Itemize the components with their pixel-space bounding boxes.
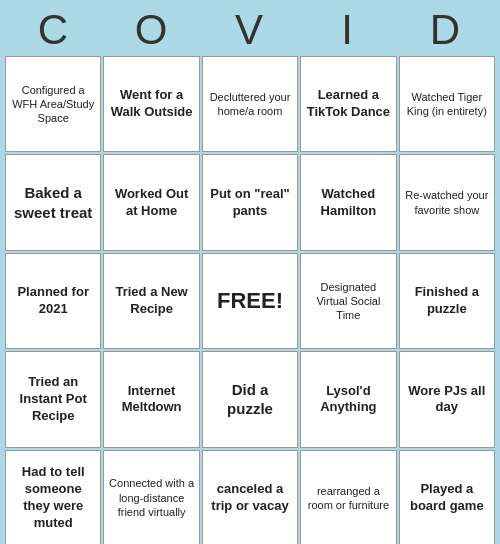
header-letter-c: C xyxy=(9,6,99,54)
bingo-cell-22[interactable]: canceled a trip or vacay xyxy=(202,450,298,544)
header-letter-v: V xyxy=(205,6,295,54)
bingo-cell-11[interactable]: Tried a New Recipe xyxy=(103,253,199,349)
bingo-cell-14[interactable]: Finished a puzzle xyxy=(399,253,495,349)
bingo-cell-5[interactable]: Baked a sweet treat xyxy=(5,154,101,250)
bingo-cell-3[interactable]: Learned a TikTok Dance xyxy=(300,56,396,152)
header-letter-i: I xyxy=(303,6,393,54)
header-row: COVID xyxy=(5,6,495,54)
bingo-cell-21[interactable]: Connected with a long-distance friend vi… xyxy=(103,450,199,544)
bingo-card: COVID Configured a WFH Area/Study SpaceW… xyxy=(5,6,495,544)
bingo-cell-8[interactable]: Watched Hamilton xyxy=(300,154,396,250)
header-letter-o: O xyxy=(107,6,197,54)
bingo-cell-1[interactable]: Went for a Walk Outside xyxy=(103,56,199,152)
bingo-cell-9[interactable]: Re-watched your favorite show xyxy=(399,154,495,250)
bingo-cell-24[interactable]: Played a board game xyxy=(399,450,495,544)
bingo-cell-4[interactable]: Watched Tiger King (in entirety) xyxy=(399,56,495,152)
bingo-cell-16[interactable]: Internet Meltdown xyxy=(103,351,199,447)
bingo-cell-13[interactable]: Designated Virtual Social Time xyxy=(300,253,396,349)
bingo-grid: Configured a WFH Area/Study SpaceWent fo… xyxy=(5,56,495,544)
bingo-cell-10[interactable]: Planned for 2021 xyxy=(5,253,101,349)
bingo-cell-7[interactable]: Put on "real" pants xyxy=(202,154,298,250)
bingo-cell-0[interactable]: Configured a WFH Area/Study Space xyxy=(5,56,101,152)
header-letter-d: D xyxy=(401,6,491,54)
bingo-cell-17[interactable]: Did a puzzle xyxy=(202,351,298,447)
bingo-cell-23[interactable]: rearranged a room or furniture xyxy=(300,450,396,544)
bingo-cell-12[interactable]: FREE! xyxy=(202,253,298,349)
bingo-cell-19[interactable]: Wore PJs all day xyxy=(399,351,495,447)
bingo-cell-2[interactable]: Decluttered your home/a room xyxy=(202,56,298,152)
bingo-cell-20[interactable]: Had to tell someone they were muted xyxy=(5,450,101,544)
bingo-cell-15[interactable]: Tried an Instant Pot Recipe xyxy=(5,351,101,447)
bingo-cell-18[interactable]: Lysol'd Anything xyxy=(300,351,396,447)
bingo-cell-6[interactable]: Worked Out at Home xyxy=(103,154,199,250)
